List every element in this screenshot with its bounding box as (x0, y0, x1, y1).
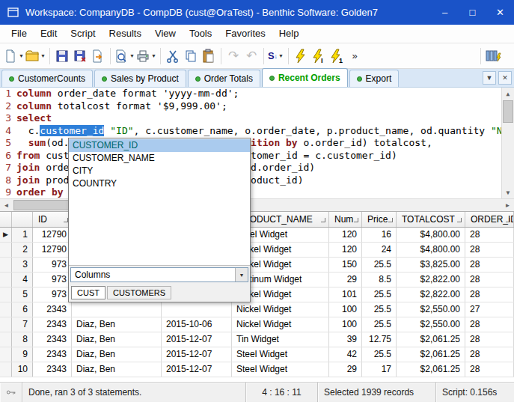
dropdown-caret-icon[interactable]: ▼ (18, 53, 25, 58)
execute-single-button[interactable]: 1 (328, 46, 346, 66)
menu-item-view[interactable]: View (148, 25, 183, 43)
toolbar-more-button[interactable]: » (346, 46, 364, 66)
menu-item-edit[interactable]: Edit (34, 25, 64, 43)
table-cell[interactable]: $4,800.00 (397, 228, 465, 242)
row-marker-cell[interactable] (0, 273, 12, 287)
table-cell[interactable]: 150 (329, 258, 362, 272)
column-header-row-indicator[interactable] (0, 212, 12, 227)
table-row[interactable]: 102343Diaz, Ben2015-12-07Steel Widget291… (0, 362, 514, 377)
table-cell[interactable]: 29 (329, 362, 362, 377)
table-cell[interactable]: 6 (12, 302, 33, 317)
dropdown-caret-icon[interactable]: ▼ (278, 53, 284, 58)
execute-button[interactable] (292, 46, 310, 66)
column-header-price[interactable]: Price (362, 212, 397, 227)
table-cell[interactable]: 10 (12, 362, 33, 377)
table-cell[interactable]: 25.5 (362, 347, 397, 362)
table-cell[interactable]: $3,825.00 (397, 258, 465, 272)
minimize-button[interactable]: – (431, 0, 459, 25)
row-marker-cell[interactable] (0, 243, 12, 257)
table-cell[interactable]: 2343 (33, 302, 72, 317)
autocomplete-item-city[interactable]: CITY (69, 165, 250, 177)
table-cell[interactable]: $2,550.00 (397, 317, 465, 332)
table-cell[interactable]: 28 (465, 347, 514, 362)
table-cell[interactable]: 2343 (33, 317, 72, 332)
table-cell[interactable]: Diaz, Ben (72, 317, 162, 332)
table-cell[interactable]: 2015-12-07 (162, 347, 232, 362)
table-cell[interactable]: 16 (362, 228, 397, 242)
table-cell[interactable]: 25.5 (362, 287, 397, 302)
table-cell[interactable]: 29 (329, 273, 362, 287)
table-cell[interactable]: 8.5 (362, 273, 397, 287)
cut-button[interactable] (164, 46, 182, 66)
popup-tab-customers[interactable]: CUSTOMERS (107, 286, 171, 299)
table-cell[interactable]: 2 (12, 243, 33, 257)
table-cell[interactable]: 100 (329, 302, 362, 317)
print-button[interactable]: ▼ (135, 46, 157, 66)
export-button[interactable] (89, 46, 107, 66)
row-marker-cell[interactable] (0, 347, 12, 362)
undo-button[interactable]: ↶ (242, 46, 260, 66)
table-cell[interactable]: Steel Widget (232, 347, 329, 362)
row-marker-cell[interactable] (0, 287, 12, 302)
table-cell[interactable]: 2343 (33, 362, 72, 377)
menu-item-tools[interactable]: Tools (183, 25, 218, 43)
table-cell[interactable]: 120 (329, 243, 362, 257)
tab-list-button[interactable]: ▼ (483, 71, 496, 85)
table-cell[interactable]: 27 (465, 302, 514, 317)
execute-to-grid-button[interactable]: I (310, 46, 328, 66)
scroll-right-icon[interactable]: ► (501, 199, 514, 211)
table-cell[interactable]: 25.5 (362, 258, 397, 272)
table-cell[interactable]: 1 (12, 228, 33, 242)
dropdown-caret-icon[interactable]: ▼ (129, 53, 135, 58)
table-cell[interactable]: 28 (465, 243, 514, 257)
table-cell[interactable]: 24 (362, 243, 397, 257)
popup-category-dropdown[interactable]: Columns ▼ (70, 267, 248, 282)
chevron-down-icon[interactable]: ▼ (235, 268, 248, 281)
table-cell[interactable]: Steel Widget (232, 362, 329, 377)
table-cell[interactable]: 2015-10-06 (162, 317, 232, 332)
table-cell[interactable]: Nickel Widget (232, 302, 329, 317)
table-cell[interactable]: 42 (329, 347, 362, 362)
table-cell[interactable]: 25.5 (362, 302, 397, 317)
table-cell[interactable]: $2,061.25 (397, 362, 465, 377)
table-cell[interactable]: Diaz, Ben (72, 332, 162, 347)
autocomplete-item-customer-name[interactable]: CUSTOMER_NAME (69, 152, 250, 165)
table-cell[interactable]: 973 (33, 273, 72, 287)
table-cell[interactable] (162, 302, 232, 317)
row-marker-cell[interactable] (0, 332, 12, 347)
fetch-all-button[interactable] (484, 46, 502, 66)
table-row[interactable]: 62343Nickel Widget10025.5$2,550.0027 (0, 302, 514, 317)
table-cell[interactable]: 4 (12, 273, 33, 287)
table-cell[interactable]: 28 (465, 362, 514, 377)
table-cell[interactable]: 12790 (33, 228, 72, 242)
open-button[interactable]: ▼ (25, 46, 46, 66)
table-cell[interactable]: 101 (329, 287, 362, 302)
new-button[interactable]: ▼ (3, 46, 25, 66)
column-header-num[interactable]: Num (329, 212, 362, 227)
menu-item-file[interactable]: File (4, 25, 34, 43)
table-cell[interactable]: 12.75 (362, 332, 397, 347)
maximize-button[interactable]: □ (459, 0, 486, 25)
row-marker-cell[interactable]: ▶ (0, 228, 12, 242)
table-cell[interactable]: 28 (465, 258, 514, 272)
autocomplete-item-customer-id[interactable]: CUSTOMER_ID (69, 139, 250, 152)
scroll-up-icon[interactable]: ▲ (502, 88, 514, 100)
table-cell[interactable]: 7 (12, 317, 33, 332)
tab-sales-by-product[interactable]: Sales by Product (94, 70, 186, 87)
dropdown-caret-icon[interactable]: ▼ (150, 53, 157, 58)
popup-tab-cust[interactable]: CUST (71, 286, 105, 299)
table-row[interactable]: 82343Diaz, Ben2015-12-07Tin Widget3912.7… (0, 332, 514, 347)
table-cell[interactable]: 9 (12, 347, 33, 362)
menu-item-script[interactable]: Script (64, 25, 102, 43)
table-cell[interactable]: 8 (12, 332, 33, 347)
column-header-order-id[interactable]: ORDER_ID (465, 212, 514, 227)
table-cell[interactable]: 17 (362, 362, 397, 377)
table-cell[interactable]: 120 (329, 228, 362, 242)
scroll-down-icon[interactable]: ▼ (502, 186, 514, 198)
table-cell[interactable]: 3 (12, 258, 33, 272)
table-cell[interactable]: $2,061.25 (397, 347, 465, 362)
column-header-row-number[interactable] (12, 212, 33, 227)
save-as-button[interactable] (71, 46, 89, 66)
column-header-id[interactable]: ID (33, 212, 72, 227)
tab-close-button[interactable]: ✕ (498, 71, 512, 85)
